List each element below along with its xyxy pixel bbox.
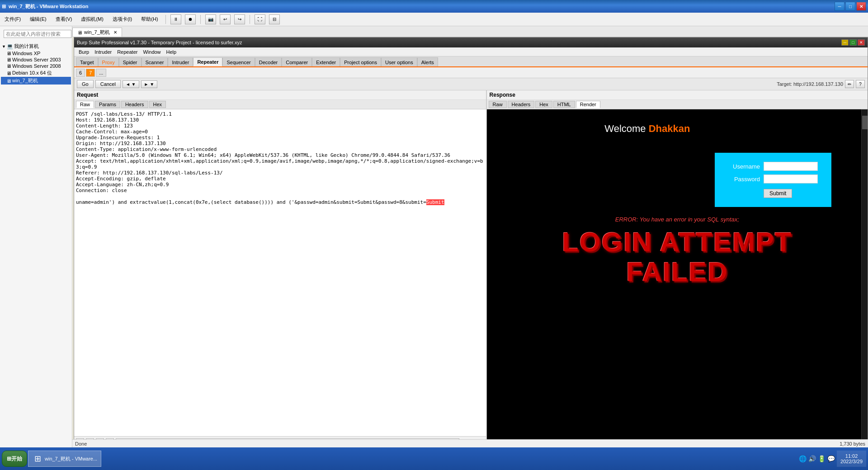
computer-icon: 💻: [7, 43, 13, 49]
fullscreen-button[interactable]: ⛶: [255, 14, 265, 24]
password-input[interactable]: [764, 174, 818, 183]
record-button[interactable]: ⏺: [185, 14, 196, 24]
username-input[interactable]: [764, 162, 818, 171]
restore-button[interactable]: ↩: [220, 14, 231, 24]
burp-tab-sequencer[interactable]: Sequencer: [222, 57, 255, 66]
burp-subtab-7[interactable]: 7: [86, 69, 95, 77]
taskbar-vmware-label: win_7_靶机 - VMware...: [45, 456, 97, 462]
start-windows-icon: ⊞: [7, 456, 11, 462]
close-button[interactable]: ✕: [856, 2, 866, 11]
pause-button[interactable]: ⏸: [170, 14, 181, 24]
req-tab-params[interactable]: Params: [95, 101, 120, 108]
response-body[interactable]: Welcome Dhakkan Username Password: [487, 109, 868, 447]
tray-icon-2[interactable]: 🔊: [808, 455, 816, 462]
unity-button[interactable]: ⊟: [269, 14, 280, 24]
sidebar-xp-label: Windows XP: [12, 51, 40, 56]
nav-forward-button[interactable]: ► ▼: [141, 80, 158, 88]
sidebar-item-xp[interactable]: 🖥 Windows XP: [1, 50, 71, 56]
burp-tab-spider[interactable]: Spider: [119, 57, 142, 66]
request-section-title: Request: [74, 90, 486, 100]
clock[interactable]: 11:02 2022/3/29: [837, 451, 866, 467]
burp-title-text: Burp Suite Professional v1.7.30 - Tempor…: [77, 40, 242, 45]
burp-tab-user-options[interactable]: User options: [381, 57, 417, 66]
req-tab-hex[interactable]: Hex: [149, 101, 166, 108]
burp-menu: Burp Intruder Repeater Window Help: [74, 47, 868, 56]
menu-tab[interactable]: 选项卡(I): [110, 15, 135, 24]
resp-tab-raw[interactable]: Raw: [489, 101, 507, 108]
username-row: Username: [728, 162, 818, 171]
vm-icon: ⊞: [2, 4, 6, 9]
maximize-button[interactable]: □: [845, 2, 855, 11]
menu-help[interactable]: 帮助(H): [138, 15, 160, 24]
burp-subtab-6[interactable]: 6: [76, 69, 85, 77]
titlebar-controls: ─ □ ✕: [835, 2, 866, 11]
response-scrollbar-thumb: [862, 116, 868, 129]
burp-menu-repeater[interactable]: Repeater: [114, 48, 140, 56]
resp-tab-headers[interactable]: Headers: [508, 101, 535, 108]
burp-minimize-btn[interactable]: ─: [841, 39, 849, 46]
sidebar-item-server2008[interactable]: 🖥 Windows Server 2008: [1, 63, 71, 69]
sidebar-search-input[interactable]: [4, 30, 71, 38]
vm-tab-win7[interactable]: 🖥 win_7_靶机 ✕: [72, 28, 122, 37]
vm-tab-icon: 🖥: [77, 30, 82, 35]
login-submit-button[interactable]: Submit: [764, 189, 792, 198]
tab-spider-label: Spider: [123, 60, 137, 65]
tray-icon-3[interactable]: 🔋: [818, 455, 826, 462]
burp-tab-repeater[interactable]: Repeater: [193, 57, 222, 66]
resp-tab-html[interactable]: HTML: [553, 101, 575, 108]
menu-view[interactable]: 查看(V): [53, 15, 75, 24]
burp-subtab-more[interactable]: ...: [96, 69, 106, 77]
req-tab-headers[interactable]: Headers: [121, 101, 148, 108]
burp-tab-alerts[interactable]: Alerts: [417, 57, 438, 66]
vm-icon-xp: 🖥: [6, 51, 11, 56]
menu-edit[interactable]: 编辑(E): [27, 15, 49, 24]
vm-tab-close-icon[interactable]: ✕: [113, 30, 117, 35]
toolbar-separator-2: [200, 15, 201, 24]
burp-tab-scanner[interactable]: Scanner: [142, 57, 168, 66]
menu-file[interactable]: 文件(F): [2, 15, 24, 24]
burp-tab-intruder[interactable]: Intruder: [168, 57, 193, 66]
collapse-icon: ▼: [2, 44, 6, 49]
response-scrollbar[interactable]: [861, 109, 868, 447]
go-button[interactable]: Go: [77, 80, 94, 88]
minimize-button[interactable]: ─: [835, 2, 844, 11]
request-body-text: POST /sql-labs/Less-13/ HTTP/1.1 Host: 1…: [76, 111, 484, 205]
burp-maximize-btn[interactable]: □: [849, 39, 857, 46]
target-edit-button[interactable]: ✏: [845, 80, 854, 88]
burp-menu-burp[interactable]: Burp: [76, 48, 92, 56]
sidebar-item-server2003[interactable]: 🖥 Windows Server 2003: [1, 56, 71, 63]
burp-close-btn[interactable]: ✕: [858, 39, 865, 46]
req-tab-raw[interactable]: Raw: [76, 101, 94, 108]
tab-proxy-label: Proxy: [102, 60, 115, 65]
forward-button[interactable]: ↪: [234, 14, 245, 24]
cancel-button[interactable]: Cancel: [95, 80, 121, 88]
request-body[interactable]: POST /sql-labs/Less-13/ HTTP/1.1 Host: 1…: [74, 109, 486, 436]
resp-tab-hex[interactable]: Hex: [535, 101, 552, 108]
burp-titlebar: Burp Suite Professional v1.7.30 - Tempor…: [74, 38, 868, 47]
taskbar-item-vmware[interactable]: ⊞ win_7_靶机 - VMware...: [28, 451, 101, 467]
burp-tab-comparer[interactable]: Comparer: [282, 57, 312, 66]
menu-vm[interactable]: 虚拟机(M): [78, 15, 106, 24]
vm-icon-2008: 🖥: [6, 63, 11, 69]
burp-tab-proxy[interactable]: Proxy: [98, 57, 119, 66]
burp-menu-intruder[interactable]: Intruder: [92, 48, 114, 56]
burp-window: Burp Suite Professional v1.7.30 - Tempor…: [74, 37, 868, 447]
nav-back-button[interactable]: ◄ ▼: [123, 80, 139, 88]
sidebar-item-debian[interactable]: 🖥 Debian 10.x 64 位: [1, 69, 71, 77]
sidebar-item-win7[interactable]: 🖥 win_7_靶机: [1, 77, 71, 85]
response-content: Welcome Dhakkan Username Password: [496, 118, 859, 287]
sidebar-my-computer-label: 我的计算机: [14, 43, 39, 50]
burp-menu-help[interactable]: Help: [164, 48, 179, 56]
sidebar-my-computer[interactable]: ▼ 💻 我的计算机: [1, 42, 71, 50]
burp-tab-extender[interactable]: Extender: [312, 57, 340, 66]
target-help-button[interactable]: ?: [856, 80, 865, 88]
burp-tab-project-options[interactable]: Project options: [340, 57, 381, 66]
burp-tab-target[interactable]: Target: [76, 57, 98, 66]
tray-icon-1[interactable]: 🌐: [799, 455, 807, 462]
burp-tab-decoder[interactable]: Decoder: [255, 57, 282, 66]
burp-menu-window[interactable]: Window: [140, 48, 163, 56]
start-button[interactable]: ⊞ 开始: [2, 451, 27, 467]
tray-icon-4[interactable]: 💬: [827, 455, 835, 462]
snapshot-button[interactable]: 📷: [205, 14, 216, 24]
resp-tab-render[interactable]: Render: [576, 101, 600, 108]
